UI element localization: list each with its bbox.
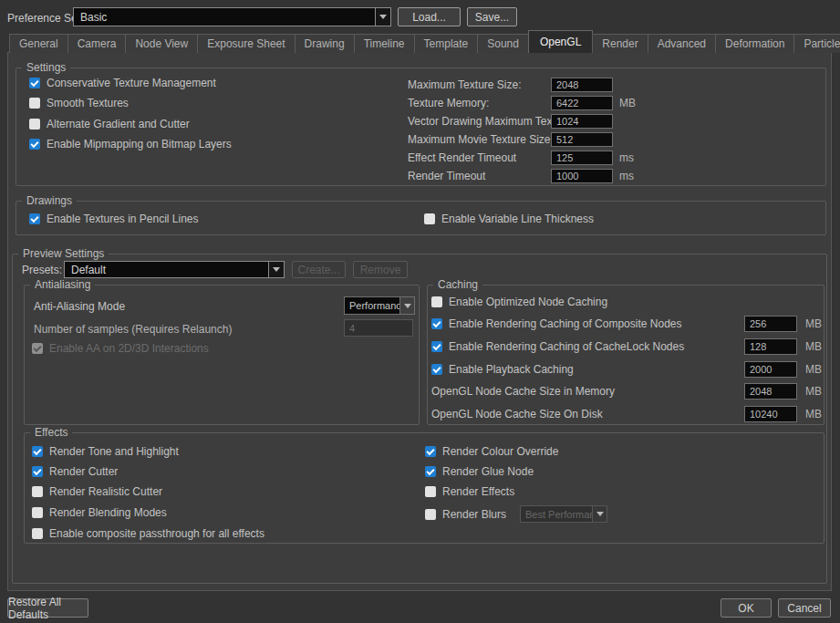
tab-general[interactable]: General	[9, 34, 68, 53]
field-unit: MB	[805, 340, 822, 353]
texture-memory-input[interactable]: 6422	[551, 96, 613, 110]
checkbox-enable-variable-line-thickness[interactable]: Enable Variable Line Thickness	[424, 213, 594, 225]
tab-advanced[interactable]: Advanced	[648, 34, 716, 53]
checkbox-conservative-texture-management[interactable]: Conservative Texture Management	[29, 77, 216, 89]
cachelock-cache-size-input[interactable]: 128	[744, 338, 797, 355]
maximum-movie-texture-size-input[interactable]: 512	[551, 132, 613, 147]
field-unit: MB	[805, 408, 822, 421]
tab-timeline[interactable]: Timeline	[354, 34, 415, 53]
checkbox-icon[interactable]	[29, 119, 40, 130]
playback-cache-size-input[interactable]: 2000	[744, 361, 797, 378]
checkbox-icon[interactable]	[425, 486, 436, 497]
checkbox-icon[interactable]	[425, 466, 436, 477]
tab-template[interactable]: Template	[414, 34, 479, 53]
checkbox-icon[interactable]	[431, 296, 442, 307]
preference-set-combobox[interactable]: Basic	[73, 7, 391, 26]
checkbox-icon[interactable]	[29, 78, 40, 88]
checkbox-icon[interactable]	[431, 364, 442, 375]
checkbox-label: Smooth Textures	[47, 97, 129, 109]
opengl-node-cache-disk-input[interactable]: 10240	[744, 406, 797, 422]
vector-drawing-max-texture-size-input[interactable]: 1024	[551, 114, 613, 129]
checkbox-icon[interactable]	[29, 213, 40, 224]
remove-button[interactable]: Remove	[353, 261, 408, 278]
checkbox-label: Enable Mipmapping on Bitmap Layers	[47, 138, 232, 151]
chevron-down-icon[interactable]	[375, 8, 390, 26]
checkbox-alternate-gradient-and-cutter[interactable]: Alternate Gradient and Cutter	[29, 118, 190, 130]
checkbox-rendering-caching-cachelock-nodes[interactable]: Enable Rendering Caching of CacheLock No…	[431, 337, 820, 356]
effect-render-timeout-input[interactable]: 125	[551, 151, 613, 165]
number-of-samples-input[interactable]: 4	[344, 319, 413, 337]
checkbox-render-tone-and-highlight[interactable]: Render Tone and Highlight	[32, 445, 179, 458]
opengl-node-cache-memory-input[interactable]: 2048	[744, 383, 797, 400]
checkbox-icon[interactable]	[32, 446, 43, 457]
field-label: OpenGL Node Cache Size On Disk	[431, 408, 603, 421]
tab-sound[interactable]: Sound	[477, 34, 529, 53]
checkbox-icon[interactable]	[425, 509, 436, 520]
checkbox-enable-optimized-node-caching[interactable]: Enable Optimized Node Caching	[431, 293, 820, 311]
tab-render[interactable]: Render	[592, 34, 648, 53]
checkbox-render-realistic-cutter[interactable]: Render Realistic Cutter	[32, 485, 162, 498]
preview-settings-group-title: Preview Settings	[18, 247, 109, 260]
checkbox-rendering-caching-composite-nodes[interactable]: Enable Rendering Caching of Composite No…	[431, 315, 820, 333]
checkbox-render-blurs[interactable]: Render Blurs Best Performance	[425, 505, 607, 523]
render-blurs-dropdown[interactable]: Best Performance	[520, 505, 607, 523]
checkbox-label: Render Glue Node	[442, 465, 534, 478]
checkbox-icon[interactable]	[32, 486, 43, 497]
tab-deformation[interactable]: Deformation	[715, 34, 794, 53]
checkbox-icon[interactable]	[424, 213, 435, 224]
tab-node-view[interactable]: Node View	[125, 34, 198, 53]
checkbox-icon[interactable]	[32, 528, 43, 539]
checkbox-label: Enable Optimized Node Caching	[449, 296, 607, 308]
field-label: OpenGL Node Cache Size in Memory	[431, 385, 615, 398]
composite-cache-size-input[interactable]: 256	[744, 316, 797, 332]
checkbox-render-cutter[interactable]: Render Cutter	[32, 465, 118, 478]
cancel-button[interactable]: Cancel	[778, 598, 831, 618]
chevron-down-icon[interactable]	[400, 296, 415, 315]
preference-set-label: Preference Set:	[7, 12, 83, 25]
tab-camera[interactable]: Camera	[67, 34, 127, 53]
checkbox-enable-mipmapping-bitmap-layers[interactable]: Enable Mipmapping on Bitmap Layers	[29, 138, 232, 151]
preference-set-value: Basic	[74, 8, 375, 26]
create-button[interactable]: Create...	[292, 261, 346, 278]
checkbox-enable-textures-in-pencil-lines[interactable]: Enable Textures in Pencil Lines	[29, 213, 199, 225]
checkbox-smooth-textures[interactable]: Smooth Textures	[29, 97, 129, 109]
save-button[interactable]: Save...	[467, 7, 517, 26]
restore-all-defaults-button[interactable]: Restore All Defaults	[7, 598, 88, 618]
tab-drawing[interactable]: Drawing	[295, 34, 355, 53]
presets-combobox[interactable]: Default	[64, 261, 285, 278]
checkbox-enable-playback-caching[interactable]: Enable Playback Caching 2000 MB	[431, 360, 820, 379]
checkbox-render-effects[interactable]: Render Effects	[425, 485, 514, 498]
anti-aliasing-mode-dropdown[interactable]: Performance	[344, 296, 415, 315]
field-label: Texture Memory:	[408, 97, 551, 109]
checkbox-icon[interactable]	[32, 507, 43, 518]
field-unit: ms	[619, 151, 634, 164]
checkbox-render-blending-modes[interactable]: Render Blending Modes	[32, 506, 167, 519]
maximum-texture-size-input[interactable]: 2048	[551, 78, 613, 92]
maximum-texture-size-row: Maximum Texture Size: 2048	[408, 77, 619, 92]
tab-opengl[interactable]: OpenGL	[528, 30, 593, 53]
tab-exposure-sheet[interactable]: Exposure Sheet	[197, 34, 295, 53]
drawings-group-title: Drawings	[22, 194, 77, 207]
load-button[interactable]: Load...	[398, 7, 461, 26]
checkbox-enable-aa-2d3d-interactions[interactable]: Enable AA on 2D/3D Interactions	[32, 342, 209, 355]
field-unit: MB	[805, 363, 822, 376]
field-unit: ms	[619, 170, 634, 182]
render-timeout-input[interactable]: 1000	[551, 169, 613, 183]
effects-group-title: Effects	[30, 426, 72, 439]
antialiasing-group-title: Antialiasing	[30, 278, 95, 291]
tab-particle[interactable]: Particle	[793, 34, 840, 53]
field-label: Maximum Movie Texture Size:	[408, 133, 551, 146]
opengl-node-cache-memory-row: OpenGL Node Cache Size in Memory 2048 MB	[431, 382, 820, 400]
checkbox-render-colour-override[interactable]: Render Colour Override	[425, 445, 558, 458]
checkbox-icon[interactable]	[29, 98, 40, 109]
checkbox-enable-composite-passthrough[interactable]: Enable composite passthrough for all eff…	[32, 527, 264, 540]
ok-button[interactable]: OK	[721, 598, 772, 618]
checkbox-icon[interactable]	[431, 318, 442, 329]
effects-group: Effects Render Tone and Highlight Render…	[24, 432, 824, 544]
checkbox-icon[interactable]	[29, 139, 40, 150]
checkbox-render-glue-node[interactable]: Render Glue Node	[425, 465, 534, 478]
checkbox-icon[interactable]	[431, 341, 442, 352]
checkbox-icon[interactable]	[32, 466, 43, 477]
chevron-down-icon[interactable]	[268, 262, 284, 277]
checkbox-icon[interactable]	[425, 446, 436, 457]
